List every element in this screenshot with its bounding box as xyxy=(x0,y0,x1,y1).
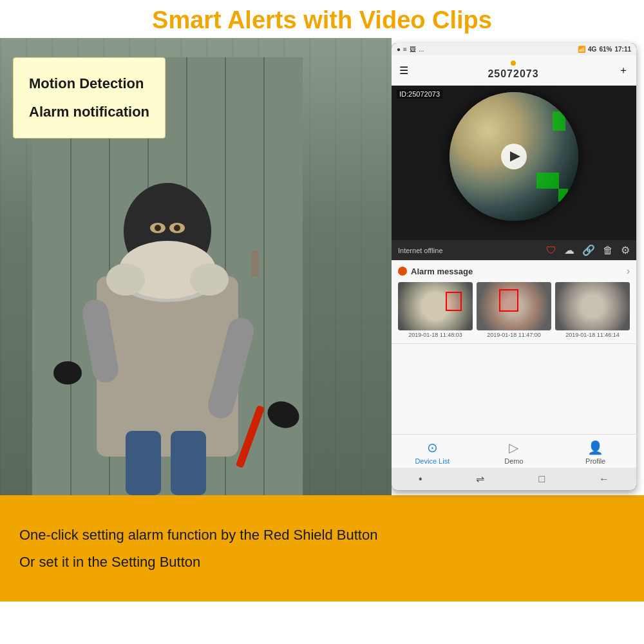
recents-nav-icon[interactable]: ⇌ xyxy=(476,473,484,485)
network-icon: 📶 xyxy=(578,46,585,53)
alarm-thumb-time-3: 2019-01-18 11:46:14 xyxy=(555,332,630,338)
device-id: 25072073 xyxy=(488,68,538,79)
thumb-fisheye-2 xyxy=(477,282,551,330)
profile-icon: 👤 xyxy=(587,440,603,455)
camera-bottom-bar: Internet offline 🛡 ☁ 🔗 🗑 ⚙ xyxy=(392,240,636,260)
back-nav-icon[interactable]: ← xyxy=(599,473,609,485)
svg-rect-26 xyxy=(171,431,206,495)
bottom-bar: One-click setting alarm function by the … xyxy=(0,495,644,601)
motion-patch-3 xyxy=(558,189,568,202)
svg-point-24 xyxy=(53,361,82,384)
svg-rect-7 xyxy=(251,251,259,276)
red-box-1 xyxy=(446,292,462,311)
delete-icon[interactable]: 🗑 xyxy=(603,245,613,256)
alarm-thumb-1[interactable]: 2019-01-18 11:48:03 xyxy=(398,282,473,338)
status-bar: ● ≡ 🖼 ... 📶 4G 61% 17:11 xyxy=(392,43,636,55)
alarm-title: Alarm message xyxy=(398,267,473,276)
alarm-title-text: Alarm message xyxy=(411,267,473,276)
alarm-thumb-time-1: 2019-01-18 11:48:03 xyxy=(398,332,473,338)
fisheye-inner xyxy=(450,92,578,221)
demo-icon: ▷ xyxy=(509,440,518,455)
alarm-thumbnails: 2019-01-18 11:48:03 2019-01-18 11:47:00 xyxy=(398,282,630,338)
svg-point-22 xyxy=(190,263,229,296)
notification-icon: ● xyxy=(397,46,401,53)
image-icon: 🖼 xyxy=(410,46,416,53)
play-triangle-icon xyxy=(510,151,520,162)
thumb-fisheye-3 xyxy=(555,282,630,330)
bottom-text-1: One-click setting alarm function by the … xyxy=(19,522,625,549)
camera-id-label: ID:25072073 xyxy=(397,90,442,99)
action-icons: 🛡 ☁ 🔗 🗑 ⚙ xyxy=(546,244,630,256)
alarm-thumb-img-1 xyxy=(398,282,473,330)
alarm-arrow-icon[interactable]: › xyxy=(627,265,630,277)
clock: 17:11 xyxy=(614,46,631,53)
svg-rect-25 xyxy=(126,431,161,495)
nav-demo[interactable]: ▷ Demo xyxy=(491,440,536,465)
alarm-thumb-img-3 xyxy=(555,282,630,330)
page-title: Smart Alerts with Video Clips xyxy=(0,6,644,34)
spacer xyxy=(392,344,636,434)
thumb-fisheye-1 xyxy=(398,282,473,330)
device-list-icon: ⊙ xyxy=(427,440,438,455)
nav-device-list[interactable]: ⊙ Device List xyxy=(410,440,455,465)
alarm-section: Alarm message › 2019-01-18 11:48:03 xyxy=(392,260,636,344)
orange-dot xyxy=(511,61,516,66)
chat-icon: ≡ xyxy=(403,46,407,53)
info-box: Motion Detection Alarm notification xyxy=(13,57,166,138)
dot-nav-icon: • xyxy=(419,473,422,485)
alarm-dot-icon xyxy=(398,267,407,276)
home-nav-icon[interactable]: □ xyxy=(538,473,545,485)
camera-feed: ID:25072073 xyxy=(392,86,636,240)
red-box-2 xyxy=(499,289,518,312)
alarm-thumb-time-2: 2019-01-18 11:47:00 xyxy=(477,332,551,338)
share-icon[interactable]: 🔗 xyxy=(582,244,595,256)
offline-status: Internet offline xyxy=(398,247,443,254)
motion-patch-1 xyxy=(553,111,565,131)
left-photo-section: Motion Detection Alarm notification xyxy=(0,38,392,495)
svg-point-19 xyxy=(174,225,180,231)
motion-detection-text: Motion Detection xyxy=(29,70,149,98)
shield-icon[interactable]: 🛡 xyxy=(546,245,556,256)
main-content: Motion Detection Alarm notification ● ≡ … xyxy=(0,38,644,495)
status-left-icons: ● ≡ 🖼 ... xyxy=(397,46,424,53)
svg-point-21 xyxy=(106,263,145,296)
alarm-thumb-3[interactable]: 2019-01-18 11:46:14 xyxy=(555,282,630,338)
status-right-info: 📶 4G 61% 17:11 xyxy=(578,46,631,53)
more-icon: ... xyxy=(419,46,424,53)
svg-point-18 xyxy=(155,225,161,231)
profile-label: Profile xyxy=(585,457,605,465)
settings-icon[interactable]: ⚙ xyxy=(621,244,630,256)
app-header: ☰ 25072073 ＋ xyxy=(392,55,636,86)
android-nav-bar: • ⇌ □ ← xyxy=(392,468,636,490)
alarm-thumb-img-2 xyxy=(477,282,551,330)
cloud-icon[interactable]: ☁ xyxy=(564,244,574,256)
alarm-notification-text: Alarm notification xyxy=(29,98,149,126)
motion-patch-2 xyxy=(536,173,559,189)
fisheye-view xyxy=(450,92,578,221)
bottom-nav: ⊙ Device List ▷ Demo 👤 Profile xyxy=(392,434,636,468)
demo-label: Demo xyxy=(504,457,523,465)
device-list-label: Device List xyxy=(415,457,450,465)
alarm-thumb-2[interactable]: 2019-01-18 11:47:00 xyxy=(477,282,551,338)
battery: 61% xyxy=(599,46,612,53)
page-header: Smart Alerts with Video Clips xyxy=(0,0,644,38)
menu-icon[interactable]: ☰ xyxy=(399,64,408,77)
bottom-text-2: Or set it in the Setting Button xyxy=(19,549,625,576)
network-type: 4G xyxy=(588,46,596,53)
play-button[interactable] xyxy=(501,144,527,169)
add-device-icon[interactable]: ＋ xyxy=(618,64,629,77)
alarm-header: Alarm message › xyxy=(398,265,630,277)
phone-mockup: ● ≡ 🖼 ... 📶 4G 61% 17:11 ☰ 25072073 ＋ ID xyxy=(392,43,636,490)
nav-profile[interactable]: 👤 Profile xyxy=(573,440,618,465)
